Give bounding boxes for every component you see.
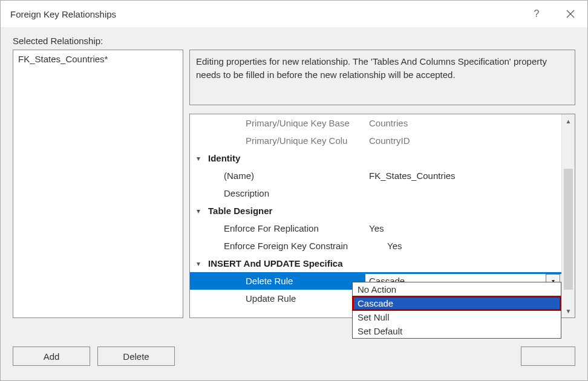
scroll-down-arrow[interactable]: ▼ [562,304,575,318]
property-row-name[interactable]: (Name) FK_States_Countries [190,167,561,184]
property-row-enforce-replication[interactable]: Enforce For Replication Yes [190,220,561,237]
property-category-insert-update[interactable]: ▾ INSERT And UPDATE Specifica [190,255,561,272]
property-grid-scrollbar[interactable]: ▲ ▼ [561,114,575,318]
category-label: Identity [207,153,558,163]
property-row-pk-base[interactable]: Primary/Unique Key Base Countries [190,114,561,132]
dropdown-option-cascade[interactable]: Cascade [353,296,561,310]
scroll-up-arrow[interactable]: ▲ [562,114,575,128]
property-row-pk-col[interactable]: Primary/Unique Key Colu CountryID [190,132,561,149]
close-button[interactable] [554,1,587,27]
category-label: INSERT And UPDATE Specifica [207,258,558,269]
property-grid: Primary/Unique Key Base Countries Primar… [189,114,575,318]
property-value: CountryID [365,135,561,146]
chevron-down-icon: ▾ [197,154,200,163]
relationship-list[interactable]: FK_States_Countries* [13,50,183,318]
dropdown-option-set-null[interactable]: Set Null [353,310,561,324]
property-key: Primary/Unique Key Colu [221,135,365,146]
dialog-content: Selected Relationship: FK_States_Countri… [1,27,587,381]
category-label: Table Designer [207,206,558,216]
info-message: Editing properties for new relationship.… [189,50,575,105]
property-row-description[interactable]: Description [190,184,561,202]
property-category-identity[interactable]: ▾ Identity [190,149,561,167]
property-key: (Name) [221,171,365,181]
help-button[interactable]: ? [520,1,554,27]
delete-button[interactable]: Delete [97,347,175,366]
window-title: Foreign Key Relationships [10,9,520,19]
property-key: Update Rule [221,293,365,304]
property-value[interactable]: FK_States_Countries [365,171,561,181]
close-icon [566,10,575,18]
add-button[interactable]: Add [13,347,90,366]
property-key: Description [221,188,365,198]
obscured-button[interactable] [521,347,575,366]
property-key: Delete Rule [221,276,365,286]
dropdown-option-set-default[interactable]: Set Default [353,324,561,338]
property-key: Enforce Foreign Key Constrain [221,241,384,251]
property-category-table-designer[interactable]: ▾ Table Designer [190,202,561,220]
selected-relationship-label: Selected Relationship: [13,36,575,46]
chevron-down-icon: ▾ [197,259,200,268]
scroll-thumb[interactable] [564,169,573,290]
property-value[interactable]: Yes [365,223,561,233]
property-key: Primary/Unique Key Base [221,118,365,128]
property-value: Countries [365,118,561,128]
dropdown-option-no-action[interactable]: No Action [353,282,561,296]
property-value[interactable]: Yes [384,241,561,251]
property-row-enforce-fk[interactable]: Enforce Foreign Key Constrain Yes [190,237,561,255]
window-titlebar: Foreign Key Relationships ? [1,1,587,27]
property-key: Enforce For Replication [221,223,365,233]
chevron-down-icon: ▾ [197,207,200,215]
delete-rule-dropdown[interactable]: No Action Cascade Set Null Set Default [352,282,561,339]
relationship-list-item[interactable]: FK_States_Countries* [17,53,179,65]
